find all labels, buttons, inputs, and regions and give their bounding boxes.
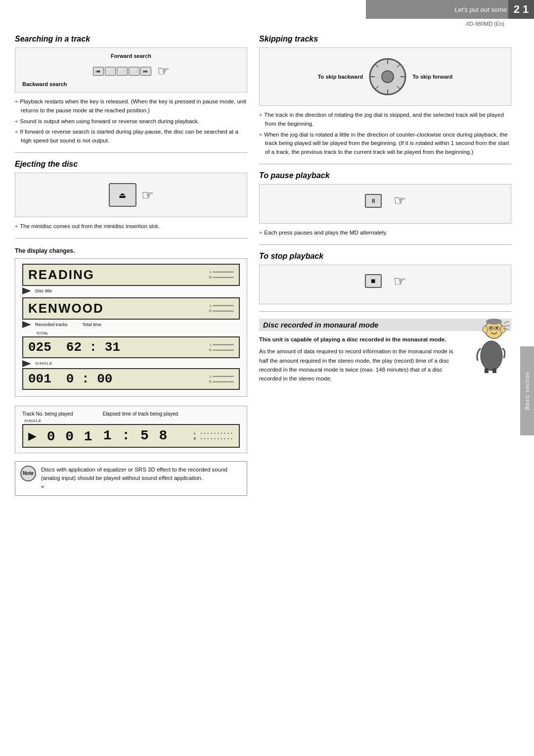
model-number: XD-980MD (En) — [466, 21, 504, 27]
page-number: 2 1 — [508, 0, 534, 19]
pause-button-shape: ⏸ — [365, 194, 382, 208]
note-icon: Note — [20, 466, 36, 481]
skipping-notes: The track in the direction of rotating t… — [259, 111, 511, 157]
stop-illustration: ⏹ ☞ — [267, 270, 504, 293]
note-box: Note Discs with application of equalizer… — [15, 461, 247, 496]
lcd-screen-1: READING L ▪▪▪▪▪▪▪▪▪▪▪▪▪▪▪R ▪▪▪▪▪▪▪▪▪▪▪▪▪… — [22, 264, 240, 286]
svg-rect-21 — [492, 368, 496, 373]
divider-1 — [15, 152, 247, 153]
skip-row: To skip backward — [267, 53, 504, 100]
lcd-kenwood-text: KENWOOD — [28, 301, 104, 316]
lcd-meter-4: L ▪▪▪▪▪▪▪▪▪▪▪▪▪▪▪R ▪▪▪▪▪▪▪▪▪▪▪▪▪▪▪ — [209, 374, 234, 384]
lcd-screen-4: 001 0 : 00 L ▪▪▪▪▪▪▪▪▪▪▪▪▪▪▪R ▪▪▪▪▪▪▪▪▪▪… — [22, 368, 240, 390]
playback-track-number: ▶ 0 0 1 — [28, 427, 93, 444]
searching-diagram: Forward search ⏮ ⬜ ⬜ ⬜ ⏭ ☞ Backward sear… — [15, 47, 247, 93]
lcd-tracks-count: 025 — [28, 340, 51, 355]
skipping-title: Skipping tracks — [259, 35, 511, 44]
lcd-screen-2: KENWOOD L ▪▪▪▪▪▪▪▪▪▪▪▪▪▪▪R ▪▪▪▪▪▪▪▪▪▪▪▪▪… — [22, 297, 240, 320]
ejecting-diagram: ⏏ ☞ — [15, 173, 247, 217]
lcd-total-time: 62 : 31 — [66, 340, 120, 355]
stop-hand-icon: ☞ — [394, 273, 406, 289]
lcd-reading-text: READING — [28, 267, 94, 283]
lcd-screen-3: 025 62 : 31 L ▪▪▪▪▪▪▪▪▪▪▪▪▪▪▪R ▪▪▪▪▪▪▪▪▪… — [22, 336, 240, 358]
recorded-tracks-label: Recorded tracks — [35, 322, 68, 327]
divider-5 — [259, 311, 511, 312]
svg-point-1 — [382, 71, 394, 83]
disc-title-label: Disc title — [35, 288, 52, 293]
side-tab: Basic section — [520, 346, 534, 435]
playback-display: ▶ 0 0 1 1 : 5 8 L ▪▪▪▪▪▪▪▪▪▪R ▪▪▪▪▪▪▪▪▪▪ — [22, 424, 240, 448]
track-no-label: Track No. being played — [22, 411, 73, 417]
svg-point-16 — [483, 326, 488, 333]
hand-icon: ☞ — [157, 63, 170, 79]
ejecting-notes: The minidisc comes out from the minidisc… — [15, 222, 247, 231]
single-label-2: SINGLE — [24, 419, 240, 423]
jog-dial-svg — [368, 57, 407, 96]
character-illustration — [467, 319, 511, 375]
searching-notes: Playback restarts when the key is releas… — [15, 97, 247, 145]
svg-line-23 — [504, 326, 510, 326]
note-symbol: « — [41, 483, 44, 489]
backward-search-label: Backward search — [22, 81, 240, 87]
ffwd-button: ⏭ — [140, 67, 151, 76]
display-changes-label: The display changes. — [15, 247, 247, 254]
skipping-diagram: To skip backward — [259, 47, 511, 106]
svg-point-19 — [481, 341, 502, 371]
eject-note-1: The minidisc comes out from the minidisc… — [15, 222, 247, 231]
search-note-3: If forward or reverse search is started … — [15, 128, 247, 145]
svg-point-17 — [500, 326, 505, 333]
bottom-right-section: Disc recorded in monaural mode This unit… — [259, 319, 511, 383]
right-column: Skipping tracks To skip backward — [259, 35, 511, 496]
prev-button: ⬜ — [105, 67, 116, 76]
forward-search-label: Forward search — [22, 53, 240, 59]
single-label-1: SINGLE — [35, 361, 52, 366]
pause-illustration: ⏸ ☞ — [267, 189, 504, 213]
skip-note-2: When the jog dial is rotated a little in… — [259, 131, 511, 157]
total-time-label: Total time — [83, 322, 102, 327]
note-text: Discs with application of equalizer or S… — [41, 466, 242, 491]
skip-note-1: The track in the direction of rotating t… — [259, 111, 511, 129]
search-note-2: Sound is output when using forward or re… — [15, 117, 247, 126]
lcd-track-001: 001 — [28, 372, 51, 386]
lcd-meter-2: L ▪▪▪▪▪▪▪▪▪▪▪▪▪▪▪R ▪▪▪▪▪▪▪▪▪▪▪▪▪▪▪ — [209, 303, 234, 314]
skip-forward-label: To skip forward — [412, 74, 452, 80]
stop-diagram: ⏹ ☞ — [259, 265, 511, 304]
divider-2 — [15, 238, 247, 238]
skip-backward-label: To skip backward — [318, 74, 363, 80]
arrow-down-1 — [22, 287, 31, 294]
stop-title: To stop playback — [259, 252, 511, 261]
playback-section: Track No. being played Elapsed time of t… — [15, 406, 247, 453]
divider-3 — [259, 164, 511, 164]
search-note-1: Playback restarts when the key is releas… — [15, 97, 247, 115]
elapsed-time-label: Elapsed time of track being played — [102, 411, 178, 417]
ejecting-title: Ejecting the disc — [15, 160, 247, 169]
display-wrapper: READING L ▪▪▪▪▪▪▪▪▪▪▪▪▪▪▪R ▪▪▪▪▪▪▪▪▪▪▪▪▪… — [15, 258, 247, 397]
eject-hand-icon: ☞ — [141, 187, 154, 203]
rewind-button: ⏮ — [93, 67, 104, 76]
side-tab-label: Basic section — [524, 372, 530, 410]
total-badge: TOTAL — [36, 331, 240, 335]
svg-point-18 — [486, 319, 502, 325]
svg-line-22 — [504, 321, 509, 324]
transport-buttons: ⏮ ⬜ ⬜ ⬜ ⏭ ☞ — [22, 63, 240, 79]
pause-title: To pause playback — [259, 171, 511, 180]
arrow-down-3 — [22, 360, 31, 367]
pause-hand-icon: ☞ — [394, 192, 406, 209]
pause-note-1: Each press pauses and plays the MD alter… — [259, 229, 511, 237]
playback-elapsed-time: 1 : 5 8 — [103, 428, 169, 443]
next-button: ⬜ — [129, 67, 139, 76]
arrow-down-2 — [22, 321, 31, 328]
recorded-labels: Recorded tracks Total time — [35, 321, 101, 328]
display-section: The display changes. READING L ▪▪▪▪▪▪▪▪▪… — [15, 247, 247, 397]
svg-point-11 — [490, 327, 492, 329]
searching-title: Searching in a track — [15, 35, 247, 44]
pause-diagram: ⏸ ☞ — [259, 184, 511, 224]
playback-labels: Track No. being played Elapsed time of t… — [22, 411, 240, 417]
eject-illustration: ⏏ ☞ — [22, 178, 240, 212]
playback-meter: L ▪▪▪▪▪▪▪▪▪▪R ▪▪▪▪▪▪▪▪▪▪ — [193, 430, 234, 441]
svg-rect-20 — [485, 368, 489, 373]
character-svg — [467, 319, 511, 373]
pause-notes: Each press pauses and plays the MD alter… — [259, 229, 511, 237]
play-button: ⬜ — [117, 67, 128, 76]
lcd-time-000: 0 : 00 — [66, 372, 113, 386]
